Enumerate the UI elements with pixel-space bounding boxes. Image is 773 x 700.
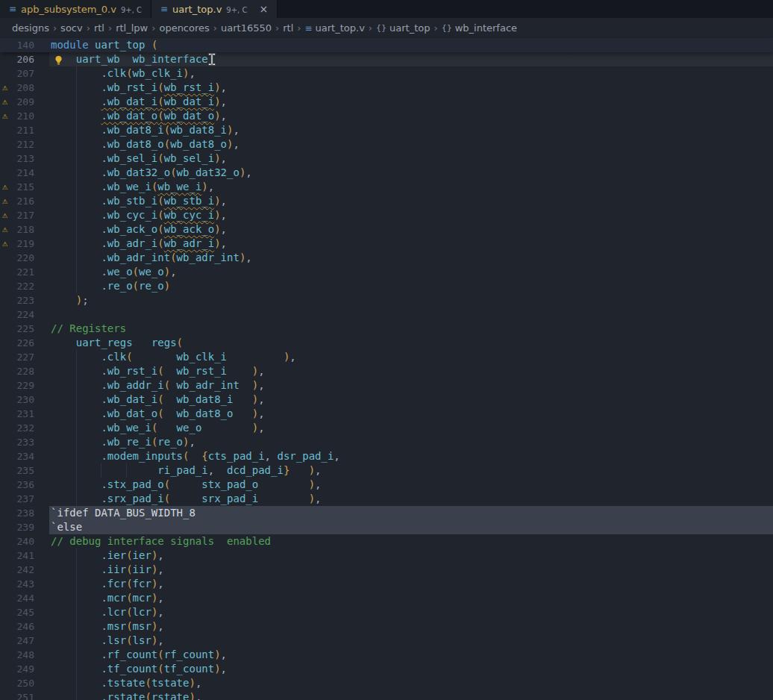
line-number[interactable]: 206 — [0, 52, 34, 66]
code-line[interactable]: 218⚠ .wb_ack_o(wb_ack_o), — [0, 222, 773, 237]
code-line[interactable]: 248 .rf_count(rf_count), — [0, 648, 773, 662]
code-line[interactable]: 219⚠ .wb_adr_i(wb_adr_i), — [0, 237, 773, 251]
line-number[interactable]: 241 — [0, 549, 34, 563]
code-line[interactable]: 238`ifdef DATA_BUS_WIDTH_8 — [0, 506, 773, 520]
code-line[interactable]: 207 .clk(wb_clk_i), — [0, 66, 773, 81]
code-line[interactable]: 239`else — [0, 520, 773, 534]
line-number[interactable]: 207 — [0, 66, 34, 81]
code-line[interactable]: 244 .mcr(mcr), — [0, 591, 773, 605]
line-number[interactable]: 234 — [0, 449, 34, 463]
code-line[interactable]: 206 uart_wb wb_interface — [0, 52, 773, 66]
line-number[interactable]: 236 — [0, 478, 34, 492]
line-number[interactable]: 243 — [0, 577, 34, 591]
line-number[interactable]: 251 — [0, 690, 34, 700]
line-number[interactable]: 225 — [0, 322, 34, 336]
line-number[interactable]: 228 — [0, 364, 34, 378]
line-number[interactable]: 235 — [0, 463, 34, 478]
code-line[interactable]: 208⚠ .wb_rst_i(wb_rst_i), — [0, 81, 773, 95]
breadcrumb-item-rtl[interactable]: rtl — [283, 22, 293, 34]
code-line[interactable]: 230 .wb_dat_i( wb_dat8_i ), — [0, 393, 773, 407]
line-number[interactable]: 223 — [0, 293, 34, 307]
line-number[interactable]: 226 — [0, 336, 34, 350]
code-line[interactable]: 247 .lsr(lsr), — [0, 634, 773, 648]
code-line[interactable]: 228 .wb_rst_i( wb_rst_i ), — [0, 364, 773, 378]
breadcrumb-item-uart_top[interactable]: {}uart_top — [376, 22, 430, 34]
breadcrumb-item-wb_interface[interactable]: {}wb_interface — [442, 22, 517, 34]
line-number[interactable]: 230 — [0, 393, 34, 407]
tab-uart-top[interactable]: ≡ uart_top.v 9+, C × — [151, 0, 278, 18]
breadcrumb-item-rtl[interactable]: rtl — [94, 22, 104, 34]
line-number[interactable]: 240 — [0, 534, 34, 549]
code-line[interactable]: 249 .tf_count(tf_count), — [0, 662, 773, 676]
line-number[interactable]: 245 — [0, 605, 34, 619]
code-line[interactable]: 232 .wb_we_i( we_o ), — [0, 421, 773, 435]
line-number[interactable]: 242 — [0, 563, 34, 577]
line-number[interactable]: 248 — [0, 648, 34, 662]
code-line[interactable]: 243 .fcr(fcr), — [0, 577, 773, 591]
line-number[interactable]: 213 — [0, 151, 34, 166]
code-line[interactable]: 209⚠ .wb_dat_i(wb_dat_i), — [0, 95, 773, 109]
line-number[interactable]: 224 — [0, 307, 34, 322]
code-line[interactable]: 227 .clk( wb_clk_i ), — [0, 350, 773, 364]
line-number[interactable]: 232 — [0, 421, 34, 435]
code-line[interactable]: 245 .lcr(lcr), — [0, 605, 773, 619]
line-number[interactable]: 212 — [0, 137, 34, 151]
code-line[interactable]: 223 ); — [0, 293, 773, 307]
line-number[interactable]: 140 — [0, 38, 34, 52]
line-number[interactable]: 214 — [0, 166, 34, 180]
tab-apb-subsystem[interactable]: ≡ apb_subsystem_0.v 9+, C — [0, 0, 151, 18]
code-line[interactable]: 241 .ier(ier), — [0, 549, 773, 563]
code-line[interactable]: 240// debug interface signals enabled — [0, 534, 773, 549]
code-line[interactable]: 220 .wb_adr_int(wb_adr_int), — [0, 251, 773, 265]
code-line[interactable]: 246 .msr(msr), — [0, 619, 773, 634]
breadcrumb-item-designs[interactable]: designs — [12, 22, 49, 34]
code-line[interactable]: 214 .wb_dat32_o(wb_dat32_o), — [0, 166, 773, 180]
line-number[interactable]: 221 — [0, 265, 34, 279]
code-line[interactable]: 217⚠ .wb_cyc_i(wb_cyc_i), — [0, 208, 773, 222]
breadcrumb-item-opencores[interactable]: opencores — [159, 22, 209, 34]
code-line[interactable]: 215⚠ .wb_we_i(wb_we_i), — [0, 180, 773, 194]
code-line[interactable]: 226 uart_regs regs( — [0, 336, 773, 350]
line-number[interactable]: 222 — [0, 279, 34, 293]
code-line[interactable]: 233 .wb_re_i(re_o), — [0, 435, 773, 449]
line-number[interactable]: 247 — [0, 634, 34, 648]
code-line[interactable]: 237 .srx_pad_i( srx_pad_i ), — [0, 492, 773, 506]
breadcrumb-item-rtl_lpw[interactable]: rtl_lpw — [116, 22, 148, 34]
line-number[interactable]: 250 — [0, 676, 34, 690]
code-line[interactable]: 224 — [0, 307, 773, 322]
code-line[interactable]: 236 .stx_pad_o( stx_pad_o ), — [0, 478, 773, 492]
code-line[interactable]: 235 ri_pad_i, dcd_pad_i} ), — [0, 463, 773, 478]
code-line[interactable]: 250 .tstate(tstate), — [0, 676, 773, 690]
code-line[interactable]: 251 .rstate(rstate), — [0, 690, 773, 700]
line-number[interactable]: 211 — [0, 123, 34, 137]
line-number[interactable]: 229 — [0, 378, 34, 393]
code-line[interactable]: 234 .modem_inputs( {cts_pad_i, dsr_pad_i… — [0, 449, 773, 463]
line-number[interactable]: 237 — [0, 492, 34, 506]
breadcrumb-item-uart_top.v[interactable]: ≡uart_top.v — [304, 22, 364, 34]
line-number[interactable]: 249 — [0, 662, 34, 676]
code-line[interactable]: 216⚠ .wb_stb_i(wb_stb_i), — [0, 194, 773, 208]
line-number[interactable]: 239 — [0, 520, 34, 534]
code-line[interactable]: 231 .wb_dat_o( wb_dat8_o ), — [0, 407, 773, 421]
code-line[interactable]: 242 .iir(iir), — [0, 563, 773, 577]
close-icon[interactable]: × — [259, 3, 268, 15]
code-line[interactable]: 225// Registers — [0, 322, 773, 336]
code-line[interactable]: 213 .wb_sel_i(wb_sel_i), — [0, 151, 773, 166]
breadcrumb-item-uart16550[interactable]: uart16550 — [221, 22, 272, 34]
code-line[interactable]: 221 .we_o(we_o), — [0, 265, 773, 279]
code-line[interactable]: 140module uart_top ( — [0, 38, 773, 52]
code-line[interactable]: 212 .wb_dat8_o(wb_dat8_o), — [0, 137, 773, 151]
breadcrumb-item-socv[interactable]: socv — [60, 22, 83, 34]
line-number[interactable]: 244 — [0, 591, 34, 605]
sticky-line-container[interactable]: 140module uart_top ( — [0, 38, 773, 52]
line-number[interactable]: 246 — [0, 619, 34, 634]
line-number[interactable]: 233 — [0, 435, 34, 449]
code-line[interactable]: 229 .wb_addr_i( wb_adr_int ), — [0, 378, 773, 393]
line-number[interactable]: 231 — [0, 407, 34, 421]
line-number[interactable]: 220 — [0, 251, 34, 265]
code-line[interactable]: 211 .wb_dat8_i(wb_dat8_i), — [0, 123, 773, 137]
line-number[interactable]: 238 — [0, 506, 34, 520]
code-line[interactable]: 222 .re_o(re_o) — [0, 279, 773, 293]
line-number[interactable]: 227 — [0, 350, 34, 364]
code-line[interactable]: 210⚠ .wb_dat_o(wb_dat_o), — [0, 109, 773, 123]
